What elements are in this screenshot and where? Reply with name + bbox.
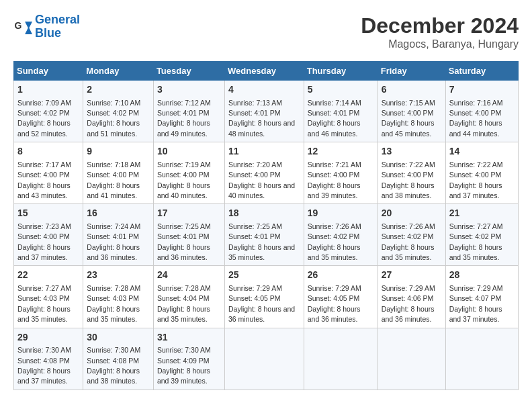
cell-info: Sunrise: 7:28 AMSunset: 4:04 PMDaylight:… [157,284,211,323]
calendar-cell: 25Sunrise: 7:29 AMSunset: 4:05 PMDayligh… [224,266,304,328]
logo-text: General Blue [35,13,80,40]
logo-icon: G [13,17,32,36]
calendar-cell [224,328,304,390]
calendar-header-row: SundayMondayTuesdayWednesdayThursdayFrid… [14,62,519,81]
title-area: December 2024 Magocs, Baranya, Hungary [361,13,519,50]
day-number: 4 [228,83,300,97]
calendar-cell: 24Sunrise: 7:28 AMSunset: 4:04 PMDayligh… [153,266,224,328]
cell-info: Sunrise: 7:29 AMSunset: 4:07 PMDaylight:… [449,284,503,323]
cell-info: Sunrise: 7:30 AMSunset: 4:08 PMDaylight:… [87,346,140,385]
page-header: G General Blue December 2024 Magocs, Bar… [13,13,519,50]
cell-info: Sunrise: 7:13 AMSunset: 4:01 PMDaylight:… [228,99,295,138]
day-number: 23 [87,269,150,282]
cell-info: Sunrise: 7:22 AMSunset: 4:00 PMDaylight:… [382,161,435,199]
cell-info: Sunrise: 7:26 AMSunset: 4:02 PMDaylight:… [308,222,361,261]
page-subtitle: Magocs, Baranya, Hungary [361,38,519,50]
day-number: 5 [308,83,374,97]
calendar-cell: 1Sunrise: 7:09 AMSunset: 4:02 PMDaylight… [14,81,83,142]
calendar-cell: 14Sunrise: 7:22 AMSunset: 4:00 PMDayligh… [445,142,518,204]
calendar-cell: 28Sunrise: 7:29 AMSunset: 4:07 PMDayligh… [445,266,518,328]
cell-info: Sunrise: 7:18 AMSunset: 4:00 PMDaylight:… [87,161,140,199]
day-number: 2 [87,83,150,97]
day-number: 31 [157,331,221,345]
calendar-cell: 30Sunrise: 7:30 AMSunset: 4:08 PMDayligh… [83,328,154,390]
day-number: 27 [382,269,442,282]
calendar-cell: 11Sunrise: 7:20 AMSunset: 4:00 PMDayligh… [224,142,304,204]
calendar-cell: 21Sunrise: 7:27 AMSunset: 4:02 PMDayligh… [445,204,518,266]
calendar-week-row: 22Sunrise: 7:27 AMSunset: 4:03 PMDayligh… [14,266,519,328]
svg-text:G: G [15,20,22,31]
cell-info: Sunrise: 7:30 AMSunset: 4:08 PMDaylight:… [17,346,71,385]
calendar-week-row: 15Sunrise: 7:23 AMSunset: 4:00 PMDayligh… [14,204,519,266]
calendar-cell: 31Sunrise: 7:30 AMSunset: 4:09 PMDayligh… [153,328,224,390]
cell-info: Sunrise: 7:20 AMSunset: 4:00 PMDaylight:… [228,161,295,199]
day-number: 17 [157,207,221,220]
calendar-cell: 2Sunrise: 7:10 AMSunset: 4:02 PMDaylight… [83,81,154,142]
day-number: 26 [308,269,374,282]
column-header-monday: Monday [83,62,154,81]
page-title: December 2024 [361,13,519,38]
calendar-cell: 22Sunrise: 7:27 AMSunset: 4:03 PMDayligh… [14,266,83,328]
calendar-cell [378,328,445,390]
cell-info: Sunrise: 7:14 AMSunset: 4:01 PMDaylight:… [308,99,361,138]
cell-info: Sunrise: 7:21 AMSunset: 4:00 PMDaylight:… [308,161,361,199]
calendar-cell: 8Sunrise: 7:17 AMSunset: 4:00 PMDaylight… [14,142,83,204]
day-number: 22 [17,269,79,282]
cell-info: Sunrise: 7:19 AMSunset: 4:00 PMDaylight:… [157,161,211,199]
calendar-cell [445,328,518,390]
cell-info: Sunrise: 7:09 AMSunset: 4:02 PMDaylight:… [17,99,71,138]
day-number: 14 [449,145,515,158]
day-number: 7 [449,83,515,97]
calendar-cell: 17Sunrise: 7:25 AMSunset: 4:01 PMDayligh… [153,204,224,266]
calendar-cell: 20Sunrise: 7:26 AMSunset: 4:02 PMDayligh… [378,204,445,266]
calendar-table: SundayMondayTuesdayWednesdayThursdayFrid… [13,61,519,390]
calendar-week-row: 8Sunrise: 7:17 AMSunset: 4:00 PMDaylight… [14,142,519,204]
day-number: 15 [17,207,79,220]
cell-info: Sunrise: 7:29 AMSunset: 4:05 PMDaylight:… [228,284,295,323]
day-number: 21 [449,207,515,220]
cell-info: Sunrise: 7:24 AMSunset: 4:01 PMDaylight:… [87,222,140,261]
cell-info: Sunrise: 7:26 AMSunset: 4:02 PMDaylight:… [382,222,435,261]
cell-info: Sunrise: 7:29 AMSunset: 4:06 PMDaylight:… [382,284,435,323]
calendar-cell: 19Sunrise: 7:26 AMSunset: 4:02 PMDayligh… [304,204,378,266]
day-number: 18 [228,207,300,220]
day-number: 19 [308,207,374,220]
calendar-week-row: 29Sunrise: 7:30 AMSunset: 4:08 PMDayligh… [14,328,519,390]
calendar-cell: 3Sunrise: 7:12 AMSunset: 4:01 PMDaylight… [153,81,224,142]
calendar-week-row: 1Sunrise: 7:09 AMSunset: 4:02 PMDaylight… [14,81,519,142]
calendar-cell [304,328,378,390]
cell-info: Sunrise: 7:17 AMSunset: 4:00 PMDaylight:… [17,161,71,199]
column-header-friday: Friday [378,62,445,81]
day-number: 29 [17,331,79,345]
day-number: 12 [308,145,374,158]
calendar-cell: 12Sunrise: 7:21 AMSunset: 4:00 PMDayligh… [304,142,378,204]
calendar-cell: 23Sunrise: 7:28 AMSunset: 4:03 PMDayligh… [83,266,154,328]
day-number: 20 [382,207,442,220]
day-number: 6 [382,83,442,97]
logo: G General Blue [13,13,80,40]
column-header-wednesday: Wednesday [224,62,304,81]
day-number: 13 [382,145,442,158]
cell-info: Sunrise: 7:27 AMSunset: 4:02 PMDaylight:… [449,222,503,261]
day-number: 9 [87,145,150,158]
cell-info: Sunrise: 7:23 AMSunset: 4:00 PMDaylight:… [17,222,71,261]
day-number: 11 [228,145,300,158]
cell-info: Sunrise: 7:22 AMSunset: 4:00 PMDaylight:… [449,161,503,199]
calendar-cell: 27Sunrise: 7:29 AMSunset: 4:06 PMDayligh… [378,266,445,328]
calendar-cell: 7Sunrise: 7:16 AMSunset: 4:00 PMDaylight… [445,81,518,142]
cell-info: Sunrise: 7:30 AMSunset: 4:09 PMDaylight:… [157,346,211,385]
cell-info: Sunrise: 7:25 AMSunset: 4:01 PMDaylight:… [157,222,211,261]
calendar-cell: 9Sunrise: 7:18 AMSunset: 4:00 PMDaylight… [83,142,154,204]
calendar-cell: 18Sunrise: 7:25 AMSunset: 4:01 PMDayligh… [224,204,304,266]
day-number: 1 [17,83,79,97]
day-number: 16 [87,207,150,220]
day-number: 8 [17,145,79,158]
calendar-cell: 16Sunrise: 7:24 AMSunset: 4:01 PMDayligh… [83,204,154,266]
column-header-sunday: Sunday [14,62,83,81]
calendar-cell: 10Sunrise: 7:19 AMSunset: 4:00 PMDayligh… [153,142,224,204]
svg-marker-1 [25,21,32,34]
cell-info: Sunrise: 7:25 AMSunset: 4:01 PMDaylight:… [228,222,295,261]
day-number: 30 [87,331,150,345]
cell-info: Sunrise: 7:10 AMSunset: 4:02 PMDaylight:… [87,99,140,138]
calendar-cell: 29Sunrise: 7:30 AMSunset: 4:08 PMDayligh… [14,328,83,390]
